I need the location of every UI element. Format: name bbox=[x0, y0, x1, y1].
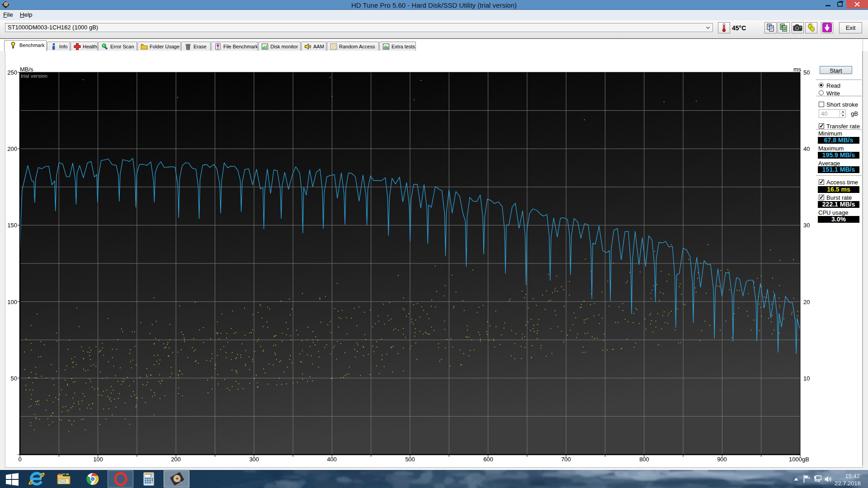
svg-text:trial version: trial version bbox=[21, 73, 47, 79]
svg-text:0: 0 bbox=[150, 474, 152, 478]
